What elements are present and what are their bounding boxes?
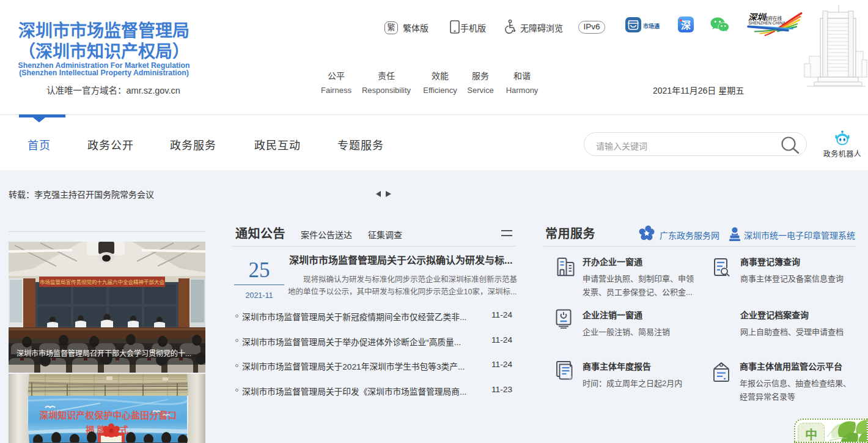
svg-text:市场监管局宣传贯彻党的十九届六中全会精神干部大会: 市场监管局宣传贯彻党的十九届六中全会精神干部大会 [40,279,165,285]
svg-text:深: 深 [681,20,691,31]
svg-text:SHENZHEN CHINA: SHENZHEN CHINA [749,21,786,25]
